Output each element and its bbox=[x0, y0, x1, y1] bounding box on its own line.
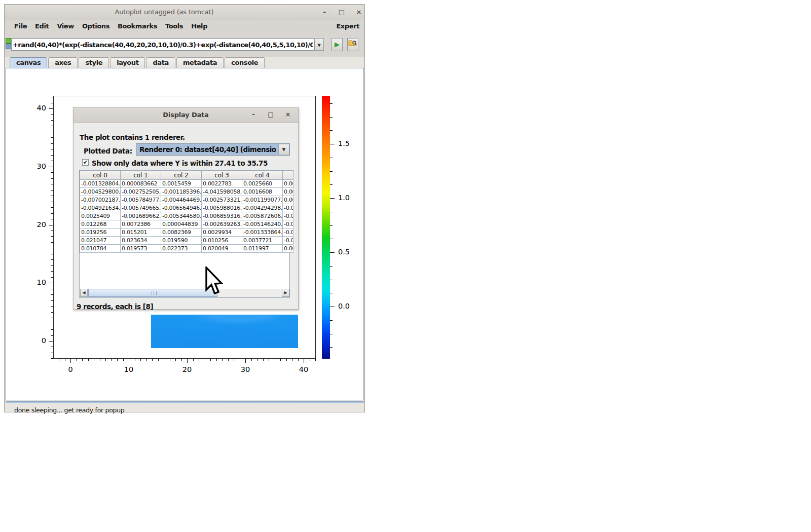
table-row[interactable]: -0.004921634...-0.005749665...-0.0065649… bbox=[80, 204, 293, 212]
table-cell[interactable]: -0.004529800... bbox=[80, 188, 121, 196]
table-cell[interactable]: -0.001689662... bbox=[121, 212, 161, 220]
table-header-cell[interactable]: col 3 bbox=[202, 171, 242, 180]
dialog-close-icon[interactable]: × bbox=[283, 110, 292, 119]
menu-item-file[interactable]: File bbox=[10, 22, 31, 30]
table-cell[interactable]: 0.010784 bbox=[80, 245, 121, 253]
menu-item-edit[interactable]: Edit bbox=[31, 22, 53, 30]
maximize-icon[interactable]: □ bbox=[337, 7, 347, 17]
table-cell[interactable]: 0.021047 bbox=[80, 237, 121, 245]
uri-input[interactable] bbox=[11, 39, 314, 51]
table-header-cell[interactable]: col 4 bbox=[242, 171, 283, 180]
table-cell[interactable]: 0.023634 bbox=[121, 237, 161, 245]
table-cell[interactable]: 0.022373 bbox=[161, 245, 202, 253]
data-table-scrollpane[interactable]: col 0col 1col 2col 3col 4 -0.001328804..… bbox=[79, 170, 290, 298]
table-row[interactable]: 0.0210470.0236340.0195900.0102560.003772… bbox=[80, 237, 293, 245]
table-cell[interactable]: 0.0022783 bbox=[202, 180, 242, 188]
table-cell[interactable]: -0.005872606... bbox=[242, 212, 283, 220]
table-cell[interactable]: 0.019573 bbox=[121, 245, 161, 253]
menu-item-bookmarks[interactable]: Bookmarks bbox=[114, 22, 161, 30]
table-cell[interactable]: -0.006859316... bbox=[202, 212, 242, 220]
expert-mode-label[interactable]: Expert bbox=[336, 22, 359, 30]
table-cell[interactable]: -0.001328804... bbox=[80, 180, 121, 188]
table-cell[interactable]: -0.0 bbox=[283, 237, 293, 245]
table-cell[interactable]: -0.001333864... bbox=[242, 229, 283, 237]
tab-data[interactable]: data bbox=[146, 57, 175, 68]
table-cell[interactable]: -0.004294298... bbox=[242, 204, 283, 212]
datasource-green-icon[interactable] bbox=[6, 38, 11, 44]
table-header-cell[interactable]: col 2 bbox=[161, 171, 202, 180]
plotted-data-select[interactable]: Renderer 0: dataset[40,40] (dimension...… bbox=[136, 143, 290, 156]
table-cell[interactable]: -0.007002187... bbox=[80, 196, 121, 204]
table-cell[interactable]: 0.020049 bbox=[202, 245, 242, 253]
table-cell[interactable]: 0.0037721 bbox=[242, 237, 283, 245]
scrollbar-thumb[interactable] bbox=[88, 289, 217, 297]
table-cell[interactable]: 0.011997 bbox=[242, 245, 283, 253]
table-cell[interactable]: 0.0082369 bbox=[161, 229, 202, 237]
table-header-cell[interactable]: col 1 bbox=[121, 171, 161, 180]
table-cell[interactable]: 0.0029934 bbox=[202, 229, 242, 237]
table-cell[interactable]: 0.015201 bbox=[121, 229, 161, 237]
table-cell[interactable]: 0.012268 bbox=[80, 220, 121, 229]
table-cell[interactable]: 0.00 bbox=[283, 180, 293, 188]
table-cell[interactable]: 0.0016608 bbox=[242, 188, 283, 196]
table-cell[interactable]: -0.005146240... bbox=[242, 220, 283, 229]
minimize-icon[interactable]: – bbox=[319, 7, 329, 17]
menu-item-view[interactable]: View bbox=[53, 22, 78, 30]
table-row[interactable]: -0.004529800...-0.002752505...-0.0011853… bbox=[80, 188, 293, 196]
table-cell[interactable]: -0.006564946... bbox=[161, 204, 202, 212]
inspect-uri-button[interactable] bbox=[347, 38, 358, 51]
dialog-maximize-icon[interactable]: □ bbox=[266, 110, 275, 119]
table-cell[interactable]: 0.019590 bbox=[161, 237, 202, 245]
menu-item-help[interactable]: Help bbox=[187, 22, 211, 30]
table-cell[interactable]: 0.0025409 bbox=[80, 212, 121, 220]
tab-metadata[interactable]: metadata bbox=[176, 57, 224, 68]
tab-layout[interactable]: layout bbox=[110, 57, 145, 68]
datasource-blue-icon[interactable] bbox=[6, 44, 11, 49]
tab-style[interactable]: style bbox=[79, 57, 109, 68]
table-cell[interactable]: -0.004464469... bbox=[161, 196, 202, 204]
go-button[interactable]: ▶ bbox=[331, 38, 343, 51]
table-cell[interactable]: -0.001199077... bbox=[242, 196, 283, 204]
table-cell[interactable]: -0.0 bbox=[283, 204, 293, 212]
tab-console[interactable]: console bbox=[225, 57, 265, 68]
table-row[interactable]: 0.0025409-0.001689662...-0.005344580...-… bbox=[80, 212, 293, 220]
menu-item-options[interactable]: Options bbox=[78, 22, 114, 30]
table-cell[interactable]: -0.005784977... bbox=[121, 196, 161, 204]
filter-checkbox[interactable]: ✔ bbox=[82, 159, 89, 166]
table-cell[interactable]: 0.00 bbox=[283, 245, 293, 253]
table-cell[interactable]: 0.0072386 bbox=[121, 220, 161, 229]
table-cell[interactable]: -0.004921634... bbox=[80, 204, 121, 212]
table-header-cell[interactable]: col 0 bbox=[80, 171, 121, 180]
table-cell[interactable]: -0.005344580... bbox=[161, 212, 202, 220]
table-cell[interactable]: -0.0 bbox=[283, 212, 293, 220]
table-cell[interactable]: 0.000044839 bbox=[161, 220, 202, 229]
uri-dropdown-button[interactable]: ▼ bbox=[314, 39, 324, 51]
horizontal-scrollbar[interactable]: ◀ ▶ bbox=[80, 289, 289, 297]
table-header-cell[interactable] bbox=[283, 171, 293, 180]
table-cell[interactable]: -0.002752505... bbox=[121, 188, 161, 196]
table-cell[interactable]: 0.010256 bbox=[202, 237, 242, 245]
window-titlebar[interactable]: Autoplot untagged (as tomcat) – □ × bbox=[5, 5, 364, 20]
table-row[interactable]: 0.0122680.00723860.000044839-0.002639263… bbox=[80, 220, 293, 229]
table-cell[interactable]: -0.005749665... bbox=[121, 204, 161, 212]
table-cell[interactable]: -0.001185396... bbox=[161, 188, 202, 196]
scroll-left-icon[interactable]: ◀ bbox=[80, 289, 88, 297]
scroll-right-icon[interactable]: ▶ bbox=[282, 289, 289, 297]
table-row[interactable]: 0.0192560.0152010.00823690.0029934-0.001… bbox=[80, 229, 293, 237]
dialog-minimize-icon[interactable]: – bbox=[249, 110, 258, 119]
menu-item-tools[interactable]: Tools bbox=[161, 22, 187, 30]
combo-chevron-down-icon[interactable]: ▼ bbox=[278, 144, 289, 155]
table-row[interactable]: 0.0107840.0195730.0223730.0200490.011997… bbox=[80, 245, 293, 253]
table-cell[interactable]: -4.041598058... bbox=[202, 188, 242, 196]
dialog-titlebar[interactable]: Display Data – □ × bbox=[73, 107, 298, 123]
tab-canvas[interactable]: canvas bbox=[10, 57, 47, 68]
table-cell[interactable]: 0.000083662 bbox=[121, 180, 161, 188]
table-cell[interactable]: -0.002573321... bbox=[202, 196, 242, 204]
table-cell[interactable]: 0.00 bbox=[283, 196, 293, 204]
tab-axes[interactable]: axes bbox=[48, 57, 78, 68]
table-cell[interactable]: 0.00 bbox=[283, 188, 293, 196]
table-cell[interactable]: -0.0 bbox=[283, 229, 293, 237]
table-cell[interactable]: -0.0 bbox=[283, 220, 293, 229]
table-cell[interactable]: 0.0025660 bbox=[242, 180, 283, 188]
table-row[interactable]: -0.007002187...-0.005784977...-0.0044644… bbox=[80, 196, 293, 204]
